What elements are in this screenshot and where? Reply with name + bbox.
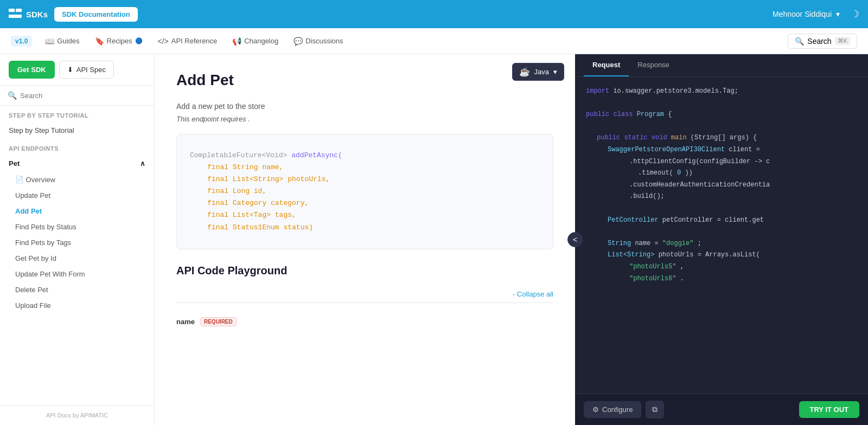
- sidebar-item-find-pets-status[interactable]: Find Pets by Status: [0, 219, 154, 235]
- param-6: final Status1Enum status): [207, 223, 313, 231]
- sidebar-item-get-pet-id[interactable]: Get Pet by Id: [0, 250, 154, 266]
- tab-response-label: Response: [637, 61, 669, 69]
- code-line-custom-header: .customHeaderAuthenticationCredentia: [586, 179, 857, 191]
- sidebar-item-update-pet[interactable]: Update Pet: [0, 188, 154, 203]
- content-area: ☕ Java ▾ Add Pet Add a new pet to the st…: [155, 54, 575, 425]
- sidebar-item-find-pets-tags[interactable]: Find Pets by Tags: [0, 235, 154, 250]
- code-line-class: public class Program {: [586, 109, 857, 121]
- playground-title: API Code Playground: [176, 265, 553, 277]
- get-sdk-button[interactable]: Get SDK: [9, 61, 55, 79]
- gear-icon: ⚙: [592, 405, 599, 414]
- nav-recipes[interactable]: 🔖 Recipes 🔵: [88, 34, 149, 49]
- return-type: CompletableFuture<Void>: [190, 151, 287, 159]
- sidebar-item-add-pet[interactable]: Add Pet: [0, 203, 154, 219]
- endpoint-note: This endpoint requires .: [176, 115, 553, 123]
- sidebar: Get SDK ⬇ API Spec 🔍 STEP BY STEP TUTORI…: [0, 54, 155, 425]
- sidebar-item-delete-pet[interactable]: Delete Pet: [0, 282, 154, 298]
- nav-recipes-label: Recipes: [107, 37, 132, 45]
- code-line-client: SwaggerPetstoreOpenAPI30Client client =: [586, 144, 857, 156]
- doc-icon: 📄: [15, 176, 24, 184]
- changelog-icon: 📢: [232, 37, 241, 46]
- top-search-label: Search: [807, 37, 831, 46]
- tab-request[interactable]: Request: [584, 54, 629, 76]
- discussions-icon: 💬: [293, 37, 303, 46]
- sidebar-item-overview[interactable]: 📄 Overview: [0, 172, 154, 188]
- configure-label: Configure: [602, 405, 633, 414]
- tab-request-label: Request: [592, 61, 620, 69]
- page-subtitle: Add a new pet to the store: [176, 102, 553, 111]
- sidebar-item-step-tutorial[interactable]: Step by Step Tutorial: [0, 122, 154, 139]
- param-5: final List<Tag> tags,: [207, 211, 296, 219]
- code-panel: < Request Response import io.swagger.pet…: [575, 54, 868, 425]
- chevron-up-icon: ∧: [140, 159, 145, 168]
- java-icon: ☕: [519, 67, 530, 77]
- search-input[interactable]: [20, 92, 146, 100]
- app-name: SDKs: [26, 10, 48, 19]
- code-line-http: .httpClientConfig(configBuilder -> c: [586, 156, 857, 168]
- language-selector[interactable]: ☕ Java ▾: [512, 63, 564, 81]
- download-icon: ⬇: [67, 66, 73, 74]
- nav-changelog[interactable]: 📢 Changelog: [226, 34, 285, 49]
- method-name: addPetAsync(: [291, 151, 342, 159]
- code-line-photo: List<String> photoUrls = Arrays.asList(: [586, 249, 857, 261]
- param-1: final String name,: [207, 163, 283, 171]
- configure-button[interactable]: ⚙ Configure: [584, 401, 641, 418]
- api-endpoints-label: API ENDPOINTS: [0, 139, 154, 155]
- version-badge: v1.0: [11, 36, 32, 47]
- nav-guides-label: Guides: [57, 37, 79, 45]
- sidebar-pet-label: Pet: [9, 159, 20, 168]
- code-line-main: public static void main (String[] args) …: [586, 132, 857, 144]
- api-spec-label: API Spec: [76, 66, 106, 74]
- code-line-name: String name = "doggie" ;: [586, 238, 857, 250]
- sidebar-step-label: Step by Step Tutorial: [9, 126, 74, 134]
- app-logo: SDKs: [9, 9, 48, 20]
- code-line-build: .build();: [586, 191, 857, 203]
- second-nav: v1.0 📖 Guides 🔖 Recipes 🔵 </> API Refere…: [0, 28, 868, 54]
- collapse-arrow-icon: <: [573, 235, 577, 244]
- nav-guides[interactable]: 📖 Guides: [39, 34, 86, 49]
- param-3: final Long id,: [207, 187, 266, 195]
- logo-icon: [9, 9, 22, 20]
- param-4: final Category category,: [207, 199, 309, 207]
- tab-response[interactable]: Response: [629, 54, 678, 76]
- nav-discussions-label: Discussions: [305, 37, 343, 45]
- try-it-button[interactable]: TRY IT OUT: [799, 401, 860, 418]
- code-line-controller: PetController petController = client.get: [586, 215, 857, 227]
- theme-toggle-icon[interactable]: ☽: [851, 8, 859, 20]
- endpoint-note-dot: .: [248, 115, 250, 123]
- api-ref-icon: </>: [158, 37, 169, 46]
- sidebar-footer: API Docs by APIMATIC: [0, 405, 154, 425]
- copy-icon: ⧉: [652, 405, 658, 414]
- method-signature: CompletableFuture<Void> addPetAsync( fin…: [176, 134, 553, 249]
- code-line-photo5: "photoUrls5" ,: [586, 261, 857, 273]
- sidebar-item-update-pet-form[interactable]: Update Pet With Form: [0, 266, 154, 282]
- api-spec-button[interactable]: ⬇ API Spec: [59, 61, 114, 79]
- field-name-label: name: [176, 318, 195, 326]
- sidebar-actions: Get SDK ⬇ API Spec: [0, 54, 154, 86]
- code-panel-footer: ⚙ Configure ⧉ TRY IT OUT: [575, 394, 868, 425]
- sidebar-search: 🔍: [0, 86, 154, 106]
- param-2: final List<String> photoUrls,: [207, 175, 330, 183]
- user-menu[interactable]: Mehnoor Siddiqui ▾: [773, 10, 840, 18]
- sidebar-item-upload-file[interactable]: Upload File: [0, 298, 154, 313]
- sdk-docs-tab[interactable]: SDK Documentation: [54, 7, 138, 22]
- step-section-label: STEP BY STEP TUTORIAL: [0, 106, 154, 122]
- collapse-all[interactable]: - Collapse all: [176, 286, 553, 303]
- panel-collapse-button[interactable]: <: [567, 232, 583, 247]
- sidebar-search-icon: 🔍: [8, 91, 17, 100]
- code-line-timeout: .timeout( 0 )): [586, 168, 857, 179]
- main-layout: Get SDK ⬇ API Spec 🔍 STEP BY STEP TUTORI…: [0, 54, 868, 425]
- copy-button[interactable]: ⧉: [646, 401, 664, 418]
- nav-api-reference[interactable]: </> API Reference: [151, 34, 224, 49]
- code-panel-tabs: Request Response: [575, 54, 868, 77]
- sidebar-category-pet[interactable]: Pet ∧: [0, 155, 154, 172]
- nav-discussions[interactable]: 💬 Discussions: [287, 34, 349, 49]
- guides-icon: 📖: [45, 37, 54, 46]
- endpoint-note-text: This endpoint requires: [176, 115, 246, 123]
- top-search[interactable]: 🔍 Search ⌘K: [788, 34, 857, 49]
- nav-changelog-label: Changelog: [244, 37, 278, 45]
- chevron-down-icon: ▾: [836, 10, 840, 18]
- field-required-badge: REQUIRED: [200, 317, 237, 326]
- page-title: Add Pet: [176, 72, 553, 89]
- code-content: import io.swagger.petstore3.models.Tag; …: [575, 77, 868, 394]
